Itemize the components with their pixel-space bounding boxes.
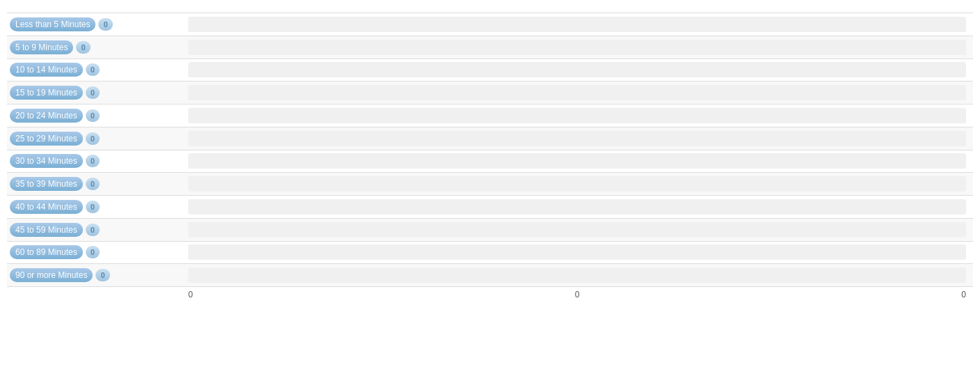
bar-label-group: 20 to 24 Minutes0	[7, 109, 188, 123]
bar-track	[188, 131, 966, 146]
bar-track	[188, 153, 966, 169]
bar-row: 10 to 14 Minutes0	[7, 59, 973, 82]
x-axis-label: 0	[575, 290, 580, 300]
bar-label-group: 5 to 9 Minutes0	[7, 40, 188, 54]
bar-label-group: 25 to 29 Minutes0	[7, 132, 188, 146]
bar-value: 0	[86, 63, 100, 76]
bar-label-group: Less than 5 Minutes0	[7, 17, 188, 31]
bar-value: 0	[86, 109, 100, 122]
bar-label: 90 or more Minutes	[10, 268, 93, 282]
bar-label-group: 15 to 19 Minutes0	[7, 86, 188, 100]
bar-row: 45 to 59 Minutes0	[7, 219, 973, 242]
bar-track	[188, 40, 966, 55]
bar-value: 0	[86, 246, 100, 258]
bar-row: 35 to 39 Minutes0	[7, 173, 973, 196]
bar-label: 20 to 24 Minutes	[10, 109, 83, 123]
bar-value: 0	[86, 201, 100, 213]
chart-area: Less than 5 Minutes05 to 9 Minutes010 to…	[7, 13, 973, 308]
x-axis: 000	[7, 290, 973, 300]
bar-label: 40 to 44 Minutes	[10, 200, 83, 214]
bar-track	[188, 17, 966, 32]
x-axis-label: 0	[961, 290, 966, 300]
bar-row: 25 to 29 Minutes0	[7, 127, 973, 150]
bar-track	[188, 199, 966, 215]
bar-label: 45 to 59 Minutes	[10, 223, 83, 237]
bar-row: 90 or more Minutes0	[7, 264, 973, 287]
chart-container: Less than 5 Minutes05 to 9 Minutes010 to…	[0, 0, 980, 365]
bar-label: 15 to 19 Minutes	[10, 86, 83, 100]
bar-label: 25 to 29 Minutes	[10, 132, 83, 146]
bar-value: 0	[98, 18, 112, 31]
bar-label-group: 60 to 89 Minutes0	[7, 245, 188, 259]
bar-track	[188, 176, 966, 192]
bar-label: 35 to 39 Minutes	[10, 177, 83, 191]
bar-row: 15 to 19 Minutes0	[7, 81, 973, 104]
bar-label: 60 to 89 Minutes	[10, 245, 83, 259]
bar-label-group: 45 to 59 Minutes0	[7, 223, 188, 237]
bar-row: 30 to 34 Minutes0	[7, 150, 973, 173]
bar-value: 0	[86, 155, 100, 167]
bar-label: 10 to 14 Minutes	[10, 63, 83, 77]
bar-row: 5 to 9 Minutes0	[7, 36, 973, 59]
bar-value: 0	[95, 269, 109, 281]
bar-value: 0	[86, 178, 100, 190]
bar-value: 0	[76, 41, 90, 54]
x-axis-label: 0	[188, 290, 193, 300]
bar-value: 0	[86, 224, 100, 236]
bar-row: 20 to 24 Minutes0	[7, 104, 973, 127]
bar-label: 5 to 9 Minutes	[10, 40, 73, 54]
bar-label-group: 35 to 39 Minutes0	[7, 177, 188, 191]
bar-value: 0	[86, 86, 100, 99]
bar-rows: Less than 5 Minutes05 to 9 Minutes010 to…	[7, 13, 973, 287]
bar-track	[188, 222, 966, 238]
bar-row: Less than 5 Minutes0	[7, 13, 973, 36]
bar-label-group: 40 to 44 Minutes0	[7, 200, 188, 214]
bar-label-group: 10 to 14 Minutes0	[7, 63, 188, 77]
bar-value: 0	[86, 132, 100, 145]
bar-track	[188, 267, 966, 283]
bar-track	[188, 108, 966, 123]
bar-label-group: 90 or more Minutes0	[7, 268, 188, 282]
bar-track	[188, 85, 966, 100]
bar-track	[188, 244, 966, 260]
bar-label: 30 to 34 Minutes	[10, 154, 83, 168]
bar-label: Less than 5 Minutes	[10, 17, 95, 31]
bar-label-group: 30 to 34 Minutes0	[7, 154, 188, 168]
bar-row: 40 to 44 Minutes0	[7, 196, 973, 219]
bar-track	[188, 62, 966, 77]
bar-row: 60 to 89 Minutes0	[7, 242, 973, 265]
